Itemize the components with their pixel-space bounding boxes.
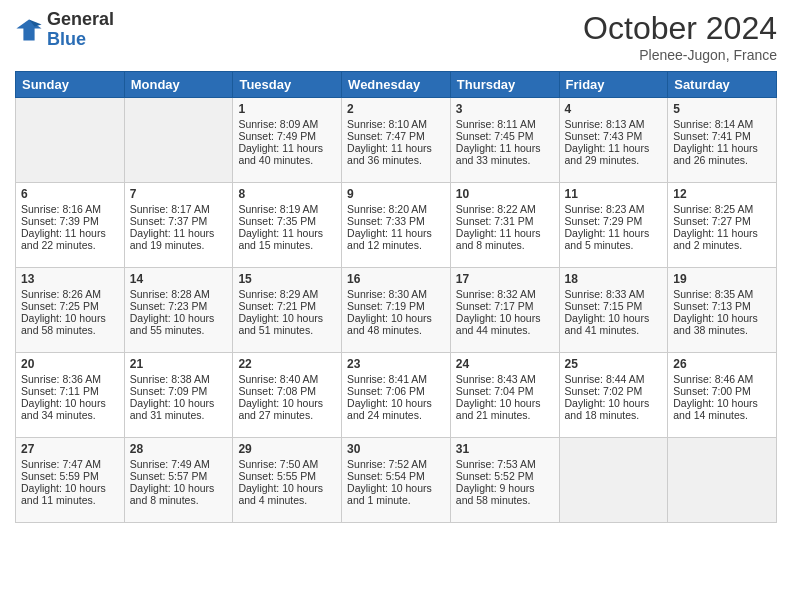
daylight-text: Daylight: 9 hours and 58 minutes. <box>456 482 535 506</box>
sunrise-text: Sunrise: 8:30 AM <box>347 288 427 300</box>
daylight-text: Daylight: 10 hours and 34 minutes. <box>21 397 106 421</box>
sunset-text: Sunset: 7:15 PM <box>565 300 643 312</box>
sunrise-text: Sunrise: 7:53 AM <box>456 458 536 470</box>
calendar-cell-3-3: 23 Sunrise: 8:41 AM Sunset: 7:06 PM Dayl… <box>342 353 451 438</box>
calendar-cell-1-5: 11 Sunrise: 8:23 AM Sunset: 7:29 PM Dayl… <box>559 183 668 268</box>
day-number: 1 <box>238 102 336 116</box>
sunrise-text: Sunrise: 8:41 AM <box>347 373 427 385</box>
sunset-text: Sunset: 7:25 PM <box>21 300 99 312</box>
daylight-text: Daylight: 11 hours and 36 minutes. <box>347 142 432 166</box>
col-wednesday: Wednesday <box>342 72 451 98</box>
sunrise-text: Sunrise: 8:33 AM <box>565 288 645 300</box>
col-tuesday: Tuesday <box>233 72 342 98</box>
sunrise-text: Sunrise: 8:46 AM <box>673 373 753 385</box>
col-thursday: Thursday <box>450 72 559 98</box>
sunset-text: Sunset: 7:13 PM <box>673 300 751 312</box>
day-number: 16 <box>347 272 445 286</box>
calendar-cell-2-4: 17 Sunrise: 8:32 AM Sunset: 7:17 PM Dayl… <box>450 268 559 353</box>
sunrise-text: Sunrise: 8:09 AM <box>238 118 318 130</box>
calendar-cell-3-5: 25 Sunrise: 8:44 AM Sunset: 7:02 PM Dayl… <box>559 353 668 438</box>
sunset-text: Sunset: 7:33 PM <box>347 215 425 227</box>
daylight-text: Daylight: 11 hours and 15 minutes. <box>238 227 323 251</box>
sunrise-text: Sunrise: 8:17 AM <box>130 203 210 215</box>
sunset-text: Sunset: 5:57 PM <box>130 470 208 482</box>
col-saturday: Saturday <box>668 72 777 98</box>
calendar-cell-4-3: 30 Sunrise: 7:52 AM Sunset: 5:54 PM Dayl… <box>342 438 451 523</box>
calendar-cell-0-0 <box>16 98 125 183</box>
logo-bird-icon <box>15 16 43 44</box>
calendar-header-row: Sunday Monday Tuesday Wednesday Thursday… <box>16 72 777 98</box>
sunrise-text: Sunrise: 8:11 AM <box>456 118 536 130</box>
calendar-week-0: 1 Sunrise: 8:09 AM Sunset: 7:49 PM Dayli… <box>16 98 777 183</box>
day-number: 22 <box>238 357 336 371</box>
sunrise-text: Sunrise: 8:13 AM <box>565 118 645 130</box>
day-number: 8 <box>238 187 336 201</box>
day-number: 29 <box>238 442 336 456</box>
sunrise-text: Sunrise: 8:43 AM <box>456 373 536 385</box>
daylight-text: Daylight: 11 hours and 19 minutes. <box>130 227 215 251</box>
sunset-text: Sunset: 7:31 PM <box>456 215 534 227</box>
logo-blue: Blue <box>47 30 114 50</box>
daylight-text: Daylight: 10 hours and 31 minutes. <box>130 397 215 421</box>
col-friday: Friday <box>559 72 668 98</box>
location: Plenee-Jugon, France <box>583 47 777 63</box>
calendar-cell-4-4: 31 Sunrise: 7:53 AM Sunset: 5:52 PM Dayl… <box>450 438 559 523</box>
day-number: 2 <box>347 102 445 116</box>
daylight-text: Daylight: 11 hours and 40 minutes. <box>238 142 323 166</box>
sunrise-text: Sunrise: 7:47 AM <box>21 458 101 470</box>
calendar-cell-0-2: 1 Sunrise: 8:09 AM Sunset: 7:49 PM Dayli… <box>233 98 342 183</box>
calendar-cell-1-2: 8 Sunrise: 8:19 AM Sunset: 7:35 PM Dayli… <box>233 183 342 268</box>
calendar-cell-3-1: 21 Sunrise: 8:38 AM Sunset: 7:09 PM Dayl… <box>124 353 233 438</box>
calendar-cell-2-6: 19 Sunrise: 8:35 AM Sunset: 7:13 PM Dayl… <box>668 268 777 353</box>
calendar-cell-2-2: 15 Sunrise: 8:29 AM Sunset: 7:21 PM Dayl… <box>233 268 342 353</box>
sunset-text: Sunset: 7:23 PM <box>130 300 208 312</box>
sunset-text: Sunset: 7:41 PM <box>673 130 751 142</box>
day-number: 30 <box>347 442 445 456</box>
day-number: 25 <box>565 357 663 371</box>
day-number: 14 <box>130 272 228 286</box>
calendar-cell-0-4: 3 Sunrise: 8:11 AM Sunset: 7:45 PM Dayli… <box>450 98 559 183</box>
daylight-text: Daylight: 11 hours and 22 minutes. <box>21 227 106 251</box>
day-number: 3 <box>456 102 554 116</box>
logo: General Blue <box>15 10 114 50</box>
header: General Blue October 2024 Plenee-Jugon, … <box>15 10 777 63</box>
sunrise-text: Sunrise: 8:40 AM <box>238 373 318 385</box>
daylight-text: Daylight: 10 hours and 24 minutes. <box>347 397 432 421</box>
calendar-week-2: 13 Sunrise: 8:26 AM Sunset: 7:25 PM Dayl… <box>16 268 777 353</box>
title-block: October 2024 Plenee-Jugon, France <box>583 10 777 63</box>
calendar-cell-4-5 <box>559 438 668 523</box>
sunset-text: Sunset: 7:02 PM <box>565 385 643 397</box>
calendar-cell-4-0: 27 Sunrise: 7:47 AM Sunset: 5:59 PM Dayl… <box>16 438 125 523</box>
day-number: 12 <box>673 187 771 201</box>
daylight-text: Daylight: 10 hours and 14 minutes. <box>673 397 758 421</box>
sunrise-text: Sunrise: 8:22 AM <box>456 203 536 215</box>
sunrise-text: Sunrise: 8:26 AM <box>21 288 101 300</box>
calendar-cell-2-3: 16 Sunrise: 8:30 AM Sunset: 7:19 PM Dayl… <box>342 268 451 353</box>
day-number: 5 <box>673 102 771 116</box>
day-number: 11 <box>565 187 663 201</box>
daylight-text: Daylight: 10 hours and 55 minutes. <box>130 312 215 336</box>
calendar-cell-0-5: 4 Sunrise: 8:13 AM Sunset: 7:43 PM Dayli… <box>559 98 668 183</box>
calendar-cell-2-1: 14 Sunrise: 8:28 AM Sunset: 7:23 PM Dayl… <box>124 268 233 353</box>
calendar-cell-1-1: 7 Sunrise: 8:17 AM Sunset: 7:37 PM Dayli… <box>124 183 233 268</box>
calendar-table: Sunday Monday Tuesday Wednesday Thursday… <box>15 71 777 523</box>
sunset-text: Sunset: 7:37 PM <box>130 215 208 227</box>
calendar-cell-0-6: 5 Sunrise: 8:14 AM Sunset: 7:41 PM Dayli… <box>668 98 777 183</box>
logo-text: General Blue <box>47 10 114 50</box>
calendar-cell-4-1: 28 Sunrise: 7:49 AM Sunset: 5:57 PM Dayl… <box>124 438 233 523</box>
day-number: 24 <box>456 357 554 371</box>
sunrise-text: Sunrise: 8:14 AM <box>673 118 753 130</box>
daylight-text: Daylight: 10 hours and 44 minutes. <box>456 312 541 336</box>
daylight-text: Daylight: 10 hours and 21 minutes. <box>456 397 541 421</box>
daylight-text: Daylight: 11 hours and 2 minutes. <box>673 227 758 251</box>
sunset-text: Sunset: 7:35 PM <box>238 215 316 227</box>
sunset-text: Sunset: 5:52 PM <box>456 470 534 482</box>
sunset-text: Sunset: 7:27 PM <box>673 215 751 227</box>
calendar-cell-2-5: 18 Sunrise: 8:33 AM Sunset: 7:15 PM Dayl… <box>559 268 668 353</box>
sunset-text: Sunset: 7:06 PM <box>347 385 425 397</box>
daylight-text: Daylight: 11 hours and 8 minutes. <box>456 227 541 251</box>
daylight-text: Daylight: 10 hours and 51 minutes. <box>238 312 323 336</box>
day-number: 19 <box>673 272 771 286</box>
calendar-week-3: 20 Sunrise: 8:36 AM Sunset: 7:11 PM Dayl… <box>16 353 777 438</box>
sunset-text: Sunset: 7:49 PM <box>238 130 316 142</box>
